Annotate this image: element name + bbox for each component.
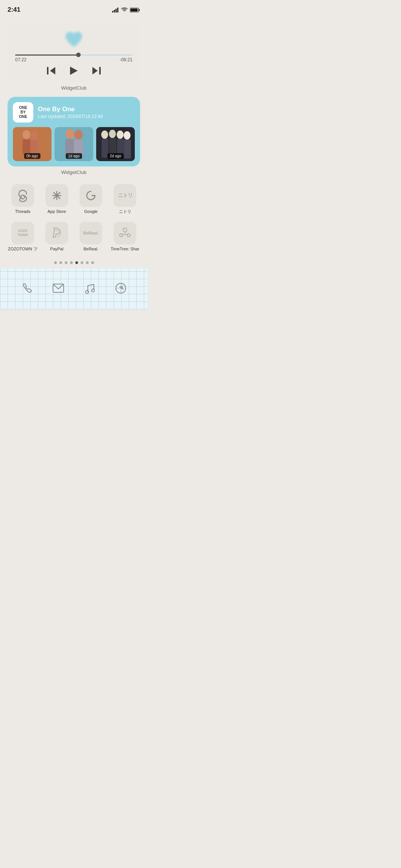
next-button[interactable] (92, 67, 101, 75)
dock-background (0, 269, 148, 309)
svg-marker-10 (92, 67, 98, 75)
status-bar: 2:41 (0, 0, 148, 17)
svg-rect-11 (99, 67, 101, 75)
signal-icon (112, 8, 119, 12)
page-dot-2[interactable] (65, 261, 67, 264)
threads-icon-svg (17, 189, 29, 202)
app-label-zozotown: ZOZOTOWN フ (8, 247, 37, 252)
svg-rect-2 (115, 9, 117, 12)
progress-track (15, 54, 133, 56)
widgetclub-card[interactable]: ONE BY ONE One By One Last Updated: 2024… (8, 97, 140, 166)
app-grid-row2: ZOZOTOWN ZOZOTOWN フ PayPal BeReal. BeRea… (4, 219, 144, 255)
app-label-timetree: TimeTree: Shar (111, 247, 139, 252)
dock-item-mail[interactable] (48, 278, 68, 298)
page-dot-6[interactable] (86, 261, 89, 264)
wc-images: 0h ago 1d ago (13, 127, 135, 161)
app-item-nitori[interactable]: ニトリ ニトリ (110, 184, 140, 214)
paypal-icon-svg (51, 227, 62, 239)
svg-rect-30 (124, 140, 131, 158)
svg-point-13 (23, 130, 30, 139)
svg-rect-3 (117, 8, 119, 12)
progress-bar-container[interactable] (15, 54, 133, 56)
page-dot-3[interactable] (70, 261, 73, 264)
status-time: 2:41 (8, 6, 20, 14)
app-item-google[interactable]: Google (76, 184, 106, 214)
music-player-widget: 07:22 -06:21 (8, 24, 140, 82)
svg-marker-9 (70, 67, 78, 75)
app-label-threads: Threads (15, 209, 30, 214)
app-icon-threads (11, 184, 34, 207)
play-button[interactable] (70, 66, 78, 75)
svg-point-19 (74, 130, 83, 140)
heart-decoration (15, 30, 133, 49)
app-item-zozotown[interactable]: ZOZOTOWN ZOZOTOWN フ (8, 222, 38, 252)
svg-marker-7 (50, 67, 55, 75)
svg-point-14 (30, 131, 38, 140)
svg-point-23 (101, 130, 108, 139)
app-icon-appstore (45, 184, 68, 207)
appstore-icon-svg (50, 189, 63, 202)
app-item-timetree[interactable]: TimeTree: Shar (110, 222, 140, 252)
prev-button[interactable] (47, 67, 56, 75)
app-label-appstore: App Store (48, 209, 66, 214)
page-dot-5[interactable] (81, 261, 83, 264)
music-widget-label: WidgetClub (0, 85, 148, 91)
page-dots (0, 261, 148, 264)
google-icon-svg (84, 189, 97, 202)
svg-rect-0 (112, 11, 113, 12)
wc-header: ONE BY ONE One By One Last Updated: 2024… (13, 102, 135, 123)
dock-item-phone[interactable] (17, 278, 37, 298)
wc-thumb-3[interactable]: 2d ago (96, 127, 135, 161)
app-item-appstore[interactable]: App Store (42, 184, 72, 214)
wc-time-2: 1d ago (66, 153, 82, 159)
dock (0, 275, 148, 302)
svg-rect-8 (47, 67, 48, 75)
svg-point-18 (66, 129, 74, 139)
heart-icon (64, 30, 84, 49)
app-icon-bereal: BeReal. (80, 222, 102, 244)
time-elapsed: 07:22 (15, 57, 27, 62)
wc-thumb-1[interactable]: 0h ago (13, 127, 51, 161)
wc-time-3: 2d ago (108, 153, 124, 159)
svg-rect-6 (131, 8, 138, 11)
svg-point-45 (92, 289, 95, 292)
safari-icon (115, 283, 126, 294)
wc-title: One By One (38, 106, 103, 113)
svg-point-39 (127, 234, 130, 237)
music-icon (84, 283, 95, 294)
progress-thumb (76, 53, 81, 57)
app-grid-row1: Threads App Store Google ニトリ ニトリ (4, 181, 144, 217)
svg-point-38 (120, 234, 123, 237)
wc-info: One By One Last Updated: 2024/07/19 12:4… (38, 106, 103, 119)
widgetclub-label: WidgetClub (0, 169, 148, 175)
dock-item-music[interactable] (80, 278, 99, 298)
phone-icon (21, 283, 33, 294)
svg-point-37 (123, 228, 127, 232)
page-dot-7[interactable] (91, 261, 94, 264)
app-label-google: Google (84, 209, 97, 214)
svg-rect-1 (114, 10, 115, 12)
wifi-icon (121, 8, 128, 12)
page-dot-0[interactable] (54, 261, 57, 264)
app-icon-zozotown: ZOZOTOWN (11, 222, 34, 244)
app-item-threads[interactable]: Threads (8, 184, 38, 214)
player-controls (15, 66, 133, 75)
wc-thumb-2[interactable]: 1d ago (55, 127, 93, 161)
wc-logo: ONE BY ONE (13, 102, 33, 123)
wc-time-1: 0h ago (24, 153, 41, 159)
timetree-icon-svg (119, 227, 131, 239)
svg-rect-16 (30, 140, 38, 155)
battery-icon (130, 8, 140, 12)
app-item-bereal[interactable]: BeReal. BeReal. (76, 222, 106, 252)
app-label-bereal: BeReal. (83, 247, 98, 252)
svg-point-44 (86, 290, 89, 293)
time-labels: 07:22 -06:21 (15, 57, 133, 62)
app-icon-paypal (45, 222, 68, 244)
dock-item-safari[interactable] (111, 278, 131, 298)
app-item-paypal[interactable]: PayPal (42, 222, 72, 252)
page-dot-4[interactable] (75, 261, 78, 264)
time-remaining: -06:21 (120, 57, 133, 62)
svg-rect-5 (139, 9, 140, 11)
app-label-paypal: PayPal (50, 247, 64, 252)
page-dot-1[interactable] (59, 261, 62, 264)
